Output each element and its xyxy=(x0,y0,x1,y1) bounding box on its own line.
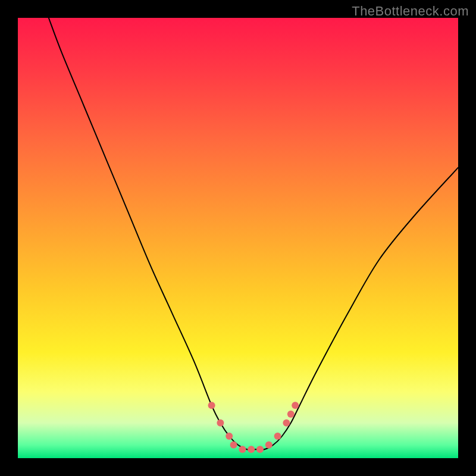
valley-marker xyxy=(230,441,237,449)
chart-frame: TheBottleneck.com xyxy=(0,0,476,476)
valley-marker xyxy=(265,441,273,449)
valley-marker xyxy=(256,446,264,453)
valley-markers xyxy=(208,402,299,453)
valley-marker xyxy=(239,446,246,453)
valley-marker xyxy=(226,433,233,440)
valley-marker xyxy=(274,433,281,440)
valley-marker xyxy=(283,419,290,427)
valley-marker xyxy=(248,446,255,453)
bottleneck-curve xyxy=(49,18,458,450)
curve-svg xyxy=(18,18,458,458)
plot-area xyxy=(18,18,458,458)
valley-marker xyxy=(292,402,299,409)
valley-marker xyxy=(287,411,295,418)
watermark-text: TheBottleneck.com xyxy=(352,4,469,19)
valley-marker xyxy=(217,419,224,427)
valley-marker xyxy=(208,402,215,409)
